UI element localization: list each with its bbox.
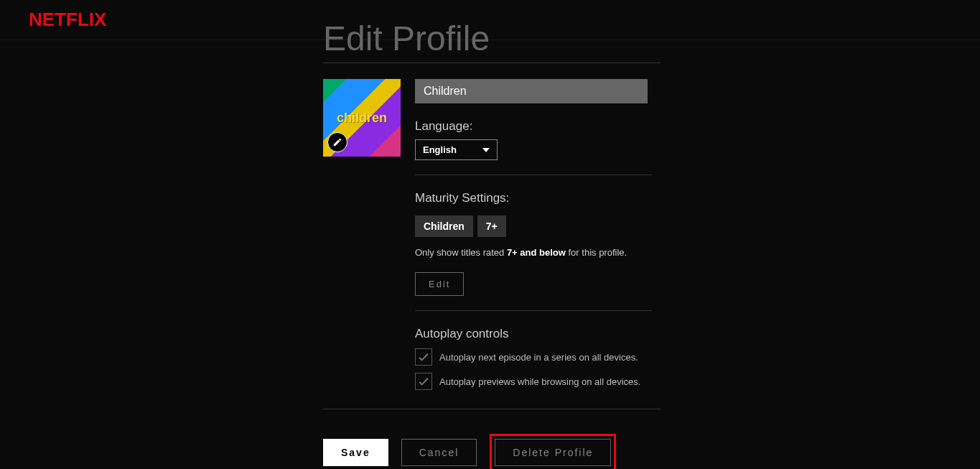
check-icon xyxy=(417,350,430,363)
chevron-down-icon xyxy=(482,148,490,152)
divider xyxy=(415,175,652,175)
profile-row: children Language: English Maturity Sett… xyxy=(323,63,661,390)
maturity-badge: 7+ xyxy=(477,215,506,237)
footer-buttons: Save Cancel Delete Profile xyxy=(323,434,661,469)
divider xyxy=(415,310,652,311)
check-icon xyxy=(417,375,430,388)
language-selected: English xyxy=(423,144,457,155)
profile-avatar[interactable]: children xyxy=(323,79,401,157)
netflix-logo[interactable]: NETFLIX xyxy=(29,9,106,31)
maturity-description: Only show titles rated 7+ and below for … xyxy=(415,247,661,258)
cancel-button[interactable]: Cancel xyxy=(401,439,477,466)
autoplay-previews-checkbox[interactable] xyxy=(415,373,432,390)
pencil-icon xyxy=(332,137,342,147)
avatar-edit-button[interactable] xyxy=(327,132,347,152)
autoplay-previews-row: Autoplay previews while browsing on all … xyxy=(415,373,661,390)
language-label: Language: xyxy=(415,119,661,134)
maturity-badges: Children 7+ xyxy=(415,215,661,237)
maturity-label: Maturity Settings: xyxy=(415,191,661,205)
delete-profile-button[interactable]: Delete Profile xyxy=(495,439,611,466)
maturity-badge: Children xyxy=(415,215,473,237)
maturity-edit-button[interactable]: Edit xyxy=(415,272,464,296)
autoplay-previews-label: Autoplay previews while browsing on all … xyxy=(439,376,640,387)
avatar-label: children xyxy=(337,111,387,126)
main-content: Edit Profile children Language: English … xyxy=(323,19,661,469)
delete-highlight-box: Delete Profile xyxy=(490,434,616,469)
divider xyxy=(323,409,661,409)
autoplay-next-row: Autoplay next episode in a series on all… xyxy=(415,348,661,366)
autoplay-next-checkbox[interactable] xyxy=(415,348,432,366)
language-select[interactable]: English xyxy=(415,139,498,160)
autoplay-label: Autoplay controls xyxy=(415,327,661,341)
page-title: Edit Profile xyxy=(323,19,661,58)
profile-name-input[interactable] xyxy=(415,79,648,103)
profile-fields: Language: English Maturity Settings: Chi… xyxy=(415,79,661,390)
save-button[interactable]: Save xyxy=(323,439,388,466)
autoplay-next-label: Autoplay next episode in a series on all… xyxy=(439,352,638,363)
